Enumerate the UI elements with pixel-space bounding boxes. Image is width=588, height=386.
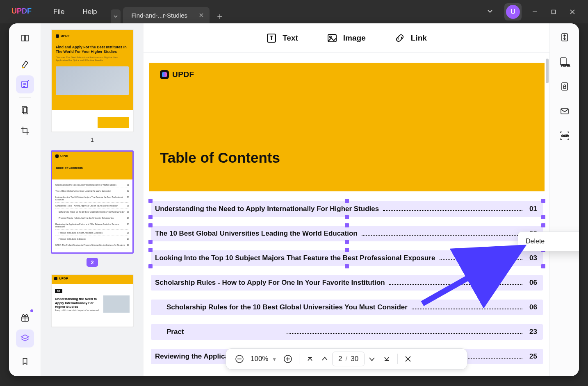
new-tab-button[interactable]: ＋	[212, 9, 228, 23]
page-number-input[interactable]: 2/30	[332, 352, 365, 366]
menu-file[interactable]: File	[44, 8, 73, 16]
page-logo: UPDF	[160, 70, 534, 79]
document-viewport: Text Image Link UPDF Table of Contents	[144, 23, 549, 376]
toc-page: 23	[526, 328, 537, 336]
edit-toolbar: Text Image Link	[144, 23, 549, 53]
right-tool-rail: PDF/A OCR	[549, 23, 579, 376]
context-menu-delete[interactable]: Delete Del	[518, 232, 579, 251]
thumbnail-panel: UPDF Find and Apply For the Best Institu…	[41, 23, 144, 376]
read-mode-icon[interactable]	[16, 29, 34, 47]
thumbnail-page-number: 1	[45, 136, 139, 143]
vertical-scrollbar[interactable]	[546, 59, 549, 83]
svg-rect-15	[563, 86, 566, 89]
page-thumbnail[interactable]: UPDF Find and Apply For the Best Institu…	[51, 29, 134, 132]
svg-text:UPDF: UPDF	[11, 7, 32, 15]
highlight-icon[interactable]	[16, 55, 34, 73]
document-tab[interactable]: Find-and-...r-Studies	[123, 7, 210, 23]
pdf-page: UPDF Table of Contents Understanding the…	[149, 63, 545, 364]
toc-page: 01	[526, 205, 537, 213]
toc-page: 06	[526, 303, 537, 311]
toc-row[interactable]: Looking Into the Top 10 Subject Majors T…	[149, 250, 545, 266]
toc-row[interactable]: Scholarship Rules - How to Apply For One…	[149, 275, 545, 291]
toc-row[interactable]: Pract23	[149, 324, 545, 340]
titlebar: UPDF File Help Find-and-...r-Studies ＋ U	[0, 0, 588, 23]
svg-text:PDF/A: PDF/A	[561, 64, 570, 67]
page-thumbnail[interactable]: UPDF Table of Contents Understanding the…	[51, 150, 134, 254]
left-tool-rail	[9, 23, 41, 376]
tab-close-button[interactable]	[199, 12, 204, 19]
first-page-button[interactable]	[303, 352, 317, 366]
window-close[interactable]	[567, 6, 578, 18]
toc-text: Looking Into the Top 10 Subject Majors T…	[155, 254, 435, 262]
gift-icon[interactable]	[16, 309, 34, 327]
table-of-contents: Understanding the Need to Apply Internat…	[149, 191, 545, 364]
toc-row[interactable]: Understanding the Need to Apply Internat…	[149, 201, 545, 217]
toc-row[interactable]: The 10 Best Global Universities Leading …	[149, 226, 545, 241]
toc-page: 25	[526, 352, 537, 361]
workspace: UPDF Find and Apply For the Best Institu…	[9, 23, 579, 376]
zoom-out-button[interactable]	[232, 352, 247, 366]
svg-rect-1	[552, 10, 556, 14]
edit-link-button[interactable]: Link	[394, 33, 427, 43]
page-title: Table of Contents	[160, 150, 534, 166]
context-menu: Delete Del	[518, 232, 579, 251]
protect-icon[interactable]	[556, 78, 573, 95]
close-bar-button[interactable]	[401, 353, 415, 365]
app-logo: UPDF	[11, 7, 33, 17]
tab-list-dropdown[interactable]	[111, 9, 121, 23]
toc-row[interactable]: Scholarship Rules for the 10 Best Global…	[149, 300, 545, 315]
avatar: U	[506, 5, 520, 19]
svg-text:OCR: OCR	[561, 134, 569, 138]
thumbnail-page-number: 2	[87, 258, 98, 267]
window-minimize[interactable]	[529, 6, 540, 18]
ocr-icon[interactable]: OCR	[556, 127, 573, 144]
toc-text: Understanding the Need to Apply Internat…	[155, 205, 379, 213]
toc-text: The 10 Best Global Universities Leading …	[155, 229, 358, 238]
organize-pages-icon[interactable]	[16, 101, 34, 119]
convert-icon[interactable]	[556, 29, 573, 45]
prev-page-button[interactable]	[317, 352, 332, 366]
next-page-button[interactable]	[365, 352, 379, 366]
layers-icon[interactable]	[16, 329, 34, 347]
menu-help[interactable]: Help	[73, 8, 106, 16]
window-maximize[interactable]	[548, 6, 559, 18]
toc-page: 03	[526, 254, 537, 262]
overflow-dropdown[interactable]	[483, 6, 497, 18]
toc-text: Pract	[166, 328, 184, 336]
zoom-value[interactable]: 100% ▼	[247, 355, 280, 363]
zoom-navigation-bar: 100% ▼ 2/30	[226, 348, 467, 370]
edit-image-button[interactable]: Image	[327, 33, 366, 43]
share-email-icon[interactable]	[556, 103, 573, 119]
tab-title: Find-and-...r-Studies	[131, 12, 187, 19]
crop-icon[interactable]	[16, 122, 34, 140]
page-scroller[interactable]: UPDF Table of Contents Understanding the…	[144, 53, 549, 376]
toc-text: Scholarship Rules for the 10 Best Global…	[166, 303, 408, 311]
svg-point-8	[330, 36, 331, 38]
svg-rect-16	[561, 109, 568, 114]
pdfa-icon[interactable]: PDF/A	[556, 54, 573, 70]
toc-text: Scholarship Rules - How to Apply For One…	[155, 279, 385, 287]
bookmark-icon[interactable]	[16, 352, 34, 370]
page-thumbnail[interactable]: UPDF 01 Understanding the Need to Apply …	[51, 274, 134, 327]
edit-text-button[interactable]: Text	[266, 33, 298, 43]
zoom-in-button[interactable]	[280, 352, 296, 366]
account-button[interactable]: U	[504, 3, 522, 20]
edit-text-icon[interactable]	[16, 75, 34, 93]
last-page-button[interactable]	[379, 352, 394, 366]
toc-page: 06	[526, 279, 537, 287]
